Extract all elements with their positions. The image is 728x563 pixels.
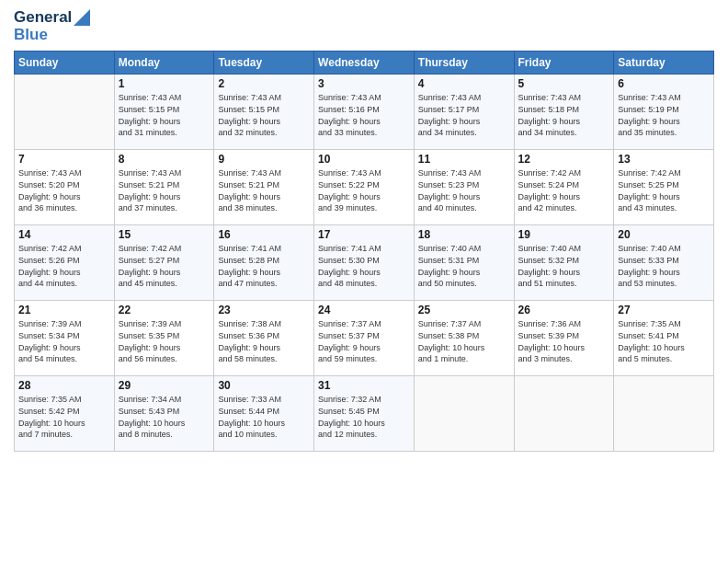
day-info: Sunrise: 7:40 AM Sunset: 5:31 PM Dayligh… — [418, 243, 510, 289]
day-number: 11 — [418, 153, 510, 166]
day-info: Sunrise: 7:42 AM Sunset: 5:26 PM Dayligh… — [18, 243, 110, 289]
day-number: 18 — [418, 228, 510, 241]
day-info: Sunrise: 7:42 AM Sunset: 5:27 PM Dayligh… — [119, 243, 210, 289]
weekday-header-monday: Monday — [114, 52, 214, 75]
calendar-cell: 23Sunrise: 7:38 AM Sunset: 5:36 PM Dayli… — [214, 301, 314, 376]
day-info: Sunrise: 7:35 AM Sunset: 5:41 PM Dayligh… — [618, 318, 710, 364]
calendar-cell — [614, 376, 714, 452]
calendar-week-row: 21Sunrise: 7:39 AM Sunset: 5:34 PM Dayli… — [15, 301, 714, 376]
calendar-week-row: 28Sunrise: 7:35 AM Sunset: 5:42 PM Dayli… — [15, 376, 714, 452]
calendar-table: SundayMondayTuesdayWednesdayThursdayFrid… — [14, 51, 714, 452]
day-info: Sunrise: 7:43 AM Sunset: 5:21 PM Dayligh… — [218, 167, 310, 213]
day-info: Sunrise: 7:43 AM Sunset: 5:22 PM Dayligh… — [318, 167, 410, 213]
calendar-cell: 19Sunrise: 7:40 AM Sunset: 5:32 PM Dayli… — [514, 225, 614, 301]
day-number: 6 — [618, 77, 710, 90]
weekday-header-wednesday: Wednesday — [314, 52, 415, 75]
calendar-cell: 3Sunrise: 7:43 AM Sunset: 5:16 PM Daylig… — [314, 75, 415, 150]
day-info: Sunrise: 7:43 AM Sunset: 5:23 PM Dayligh… — [418, 167, 510, 213]
day-number: 30 — [218, 379, 310, 392]
day-info: Sunrise: 7:34 AM Sunset: 5:43 PM Dayligh… — [119, 394, 210, 440]
calendar-cell: 14Sunrise: 7:42 AM Sunset: 5:26 PM Dayli… — [15, 225, 115, 301]
logo: General Blue — [14, 9, 90, 43]
day-number: 1 — [119, 77, 210, 90]
day-info: Sunrise: 7:40 AM Sunset: 5:32 PM Dayligh… — [518, 243, 610, 289]
logo-triangle-icon — [74, 9, 90, 26]
calendar-cell: 27Sunrise: 7:35 AM Sunset: 5:41 PM Dayli… — [614, 301, 714, 376]
calendar-cell: 10Sunrise: 7:43 AM Sunset: 5:22 PM Dayli… — [314, 150, 415, 225]
day-number: 7 — [18, 153, 110, 166]
weekday-header-tuesday: Tuesday — [214, 52, 314, 75]
day-info: Sunrise: 7:43 AM Sunset: 5:15 PM Dayligh… — [119, 92, 210, 138]
day-number: 31 — [318, 379, 410, 392]
day-number: 29 — [119, 379, 210, 392]
day-number: 9 — [218, 153, 310, 166]
logo-general: General — [14, 9, 72, 27]
day-info: Sunrise: 7:32 AM Sunset: 5:45 PM Dayligh… — [318, 394, 410, 440]
svg-marker-0 — [74, 9, 90, 26]
calendar-cell: 8Sunrise: 7:43 AM Sunset: 5:21 PM Daylig… — [114, 150, 214, 225]
day-number: 2 — [218, 77, 310, 90]
day-info: Sunrise: 7:39 AM Sunset: 5:34 PM Dayligh… — [18, 318, 110, 364]
day-number: 16 — [218, 228, 310, 241]
day-number: 12 — [518, 153, 610, 166]
day-info: Sunrise: 7:36 AM Sunset: 5:39 PM Dayligh… — [518, 318, 610, 364]
weekday-header-row: SundayMondayTuesdayWednesdayThursdayFrid… — [15, 52, 714, 75]
calendar-week-row: 7Sunrise: 7:43 AM Sunset: 5:20 PM Daylig… — [15, 150, 714, 225]
day-info: Sunrise: 7:43 AM Sunset: 5:15 PM Dayligh… — [218, 92, 310, 138]
day-number: 27 — [618, 304, 710, 316]
calendar-cell: 12Sunrise: 7:42 AM Sunset: 5:24 PM Dayli… — [514, 150, 614, 225]
calendar-cell: 31Sunrise: 7:32 AM Sunset: 5:45 PM Dayli… — [314, 376, 415, 452]
calendar-cell: 4Sunrise: 7:43 AM Sunset: 5:17 PM Daylig… — [414, 75, 514, 150]
day-number: 22 — [119, 304, 210, 316]
day-number: 25 — [418, 304, 510, 316]
calendar-cell — [15, 75, 115, 150]
day-number: 19 — [518, 228, 610, 241]
calendar-cell: 11Sunrise: 7:43 AM Sunset: 5:23 PM Dayli… — [414, 150, 514, 225]
calendar-cell — [514, 376, 614, 452]
day-number: 4 — [418, 77, 510, 90]
day-number: 14 — [18, 228, 110, 241]
calendar-cell: 9Sunrise: 7:43 AM Sunset: 5:21 PM Daylig… — [214, 150, 314, 225]
page-header: General Blue — [14, 9, 714, 43]
calendar-cell: 29Sunrise: 7:34 AM Sunset: 5:43 PM Dayli… — [114, 376, 214, 452]
day-info: Sunrise: 7:39 AM Sunset: 5:35 PM Dayligh… — [119, 318, 210, 364]
day-info: Sunrise: 7:42 AM Sunset: 5:24 PM Dayligh… — [518, 167, 610, 213]
day-number: 3 — [318, 77, 410, 90]
page-container: General Blue SundayMondayTuesdayWednesda… — [0, 0, 728, 456]
calendar-cell: 16Sunrise: 7:41 AM Sunset: 5:28 PM Dayli… — [214, 225, 314, 301]
day-info: Sunrise: 7:43 AM Sunset: 5:18 PM Dayligh… — [518, 92, 610, 138]
day-number: 5 — [518, 77, 610, 90]
day-info: Sunrise: 7:40 AM Sunset: 5:33 PM Dayligh… — [618, 243, 710, 289]
calendar-cell: 24Sunrise: 7:37 AM Sunset: 5:37 PM Dayli… — [314, 301, 415, 376]
day-info: Sunrise: 7:43 AM Sunset: 5:19 PM Dayligh… — [618, 92, 710, 138]
day-number: 10 — [318, 153, 410, 166]
weekday-header-sunday: Sunday — [15, 52, 115, 75]
weekday-header-saturday: Saturday — [614, 52, 714, 75]
day-number: 28 — [18, 379, 110, 392]
calendar-cell: 30Sunrise: 7:33 AM Sunset: 5:44 PM Dayli… — [214, 376, 314, 452]
day-number: 20 — [618, 228, 710, 241]
day-info: Sunrise: 7:43 AM Sunset: 5:21 PM Dayligh… — [119, 167, 210, 213]
calendar-cell: 6Sunrise: 7:43 AM Sunset: 5:19 PM Daylig… — [614, 75, 714, 150]
calendar-cell: 7Sunrise: 7:43 AM Sunset: 5:20 PM Daylig… — [15, 150, 115, 225]
day-info: Sunrise: 7:43 AM Sunset: 5:16 PM Dayligh… — [318, 92, 410, 138]
calendar-cell: 20Sunrise: 7:40 AM Sunset: 5:33 PM Dayli… — [614, 225, 714, 301]
calendar-week-row: 1Sunrise: 7:43 AM Sunset: 5:15 PM Daylig… — [15, 75, 714, 150]
day-info: Sunrise: 7:43 AM Sunset: 5:20 PM Dayligh… — [18, 167, 110, 213]
calendar-cell: 2Sunrise: 7:43 AM Sunset: 5:15 PM Daylig… — [214, 75, 314, 150]
day-number: 24 — [318, 304, 410, 316]
calendar-cell — [414, 376, 514, 452]
day-number: 13 — [618, 153, 710, 166]
day-number: 8 — [119, 153, 210, 166]
calendar-cell: 5Sunrise: 7:43 AM Sunset: 5:18 PM Daylig… — [514, 75, 614, 150]
day-number: 23 — [218, 304, 310, 316]
day-number: 21 — [18, 304, 110, 316]
day-info: Sunrise: 7:33 AM Sunset: 5:44 PM Dayligh… — [218, 394, 310, 440]
day-info: Sunrise: 7:37 AM Sunset: 5:38 PM Dayligh… — [418, 318, 510, 364]
day-info: Sunrise: 7:41 AM Sunset: 5:28 PM Dayligh… — [218, 243, 310, 289]
day-number: 26 — [518, 304, 610, 316]
day-info: Sunrise: 7:43 AM Sunset: 5:17 PM Dayligh… — [418, 92, 510, 138]
calendar-cell: 21Sunrise: 7:39 AM Sunset: 5:34 PM Dayli… — [15, 301, 115, 376]
calendar-cell: 28Sunrise: 7:35 AM Sunset: 5:42 PM Dayli… — [15, 376, 115, 452]
weekday-header-thursday: Thursday — [414, 52, 514, 75]
